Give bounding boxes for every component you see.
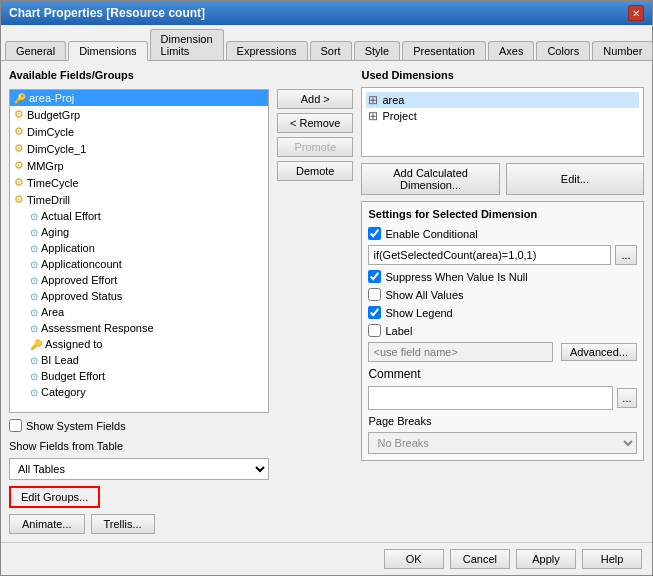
field-icon: ⊙ <box>30 371 38 382</box>
field-icon: ⊙ <box>30 387 38 398</box>
tab-style[interactable]: Style <box>354 41 400 60</box>
comment-area[interactable] <box>368 386 612 410</box>
apply-button[interactable]: Apply <box>516 549 576 569</box>
add-calc-dim-button[interactable]: Add Calculated Dimension... <box>361 163 499 195</box>
fields-list-container: 🔑area-Proj⚙BudgetGrp⚙DimCycle⚙DimCycle_1… <box>9 89 269 413</box>
advanced-button[interactable]: Advanced... <box>561 343 637 361</box>
animate-button[interactable]: Animate... <box>9 514 85 534</box>
key-icon: 🔑 <box>14 93 26 104</box>
tab-dimensions[interactable]: Dimensions <box>68 41 147 61</box>
page-breaks-label: Page Breaks <box>368 415 637 427</box>
field-name: Aging <box>41 226 69 238</box>
expand-area-icon[interactable]: ⊞ <box>368 93 378 107</box>
label-row: Label <box>368 324 637 337</box>
fields-list: 🔑area-Proj⚙BudgetGrp⚙DimCycle⚙DimCycle_1… <box>10 90 268 412</box>
formula-input[interactable] <box>368 245 611 265</box>
show-system-fields-row: Show System Fields <box>9 419 269 432</box>
help-button[interactable]: Help <box>582 549 642 569</box>
suppress-null-label: Suppress When Value Is Null <box>385 271 527 283</box>
folder-icon: ⚙ <box>14 125 24 138</box>
tab-expressions[interactable]: Expressions <box>226 41 308 60</box>
list-item[interactable]: ⊙Assessment Response <box>10 320 268 336</box>
edit-dim-button[interactable]: Edit... <box>506 163 644 195</box>
field-name: Assessment Response <box>41 322 154 334</box>
close-button[interactable]: ✕ <box>628 5 644 21</box>
mid-panel: Add > < Remove Promote Demote <box>277 69 353 534</box>
field-icon: ⊙ <box>30 259 38 270</box>
field-name: BI Lead <box>41 354 79 366</box>
tab-sort[interactable]: Sort <box>310 41 352 60</box>
list-item[interactable]: ⚙TimeCycle <box>10 174 268 191</box>
demote-button[interactable]: Demote <box>277 161 353 181</box>
suppress-null-checkbox[interactable] <box>368 270 381 283</box>
list-item[interactable]: ⚙MMGrp <box>10 157 268 174</box>
comment-ellipsis-button[interactable]: ... <box>617 388 637 408</box>
trellis-button[interactable]: Trellis... <box>91 514 155 534</box>
list-item[interactable]: ⊙Area <box>10 304 268 320</box>
show-all-values-label: Show All Values <box>385 289 463 301</box>
show-all-values-checkbox[interactable] <box>368 288 381 301</box>
field-name: TimeDrill <box>27 194 70 206</box>
cancel-button[interactable]: Cancel <box>450 549 510 569</box>
field-name: Applicationcount <box>41 258 122 270</box>
folder-icon: ⚙ <box>14 142 24 155</box>
enable-conditional-checkbox[interactable] <box>368 227 381 240</box>
table-select[interactable]: All Tables <box>9 458 269 480</box>
remove-button[interactable]: < Remove <box>277 113 353 133</box>
list-item[interactable]: ⚙TimeDrill <box>10 191 268 208</box>
field-icon: ⊙ <box>30 323 38 334</box>
folder-icon: ⚙ <box>14 108 24 121</box>
list-item[interactable]: ⊙BI Lead <box>10 352 268 368</box>
used-dim-area-label: area <box>382 94 404 106</box>
available-fields-label: Available Fields/Groups <box>9 69 269 81</box>
field-name: Approved Effort <box>41 274 117 286</box>
tab-colors[interactable]: Colors <box>536 41 590 60</box>
field-icon: ⊙ <box>30 243 38 254</box>
left-panel: Available Fields/Groups 🔑area-Proj⚙Budge… <box>9 69 269 534</box>
list-item[interactable]: ⊙Approved Effort <box>10 272 268 288</box>
label-input[interactable] <box>368 342 552 362</box>
formula-ellipsis-button[interactable]: ... <box>615 245 637 265</box>
tab-number[interactable]: Number <box>592 41 653 60</box>
edit-groups-button[interactable]: Edit Groups... <box>9 486 100 508</box>
list-item[interactable]: ⚙BudgetGrp <box>10 106 268 123</box>
field-icon: ⊙ <box>30 355 38 366</box>
show-system-fields-checkbox[interactable] <box>9 419 22 432</box>
tab-presentation[interactable]: Presentation <box>402 41 486 60</box>
list-item[interactable]: ⊙Aging <box>10 224 268 240</box>
label-checkbox[interactable] <box>368 324 381 337</box>
show-legend-row: Show Legend <box>368 306 637 319</box>
field-name: TimeCycle <box>27 177 79 189</box>
field-name: Area <box>41 306 64 318</box>
expand-project-icon[interactable]: ⊞ <box>368 109 378 123</box>
settings-title: Settings for Selected Dimension <box>368 208 637 220</box>
list-item[interactable]: ⊙Application <box>10 240 268 256</box>
list-item[interactable]: ⊙Applicationcount <box>10 256 268 272</box>
tab-dimension-limits[interactable]: Dimension Limits <box>150 29 224 60</box>
list-item[interactable]: ⊙Budget Effort <box>10 368 268 384</box>
enable-conditional-row: Enable Conditional <box>368 227 637 240</box>
list-item[interactable]: ⚙DimCycle <box>10 123 268 140</box>
tab-general[interactable]: General <box>5 41 66 60</box>
list-item[interactable]: ⚙DimCycle_1 <box>10 140 268 157</box>
field-name: DimCycle <box>27 126 74 138</box>
list-item[interactable]: ⊙Approved Status <box>10 288 268 304</box>
list-item[interactable]: 🔑Assigned to <box>10 336 268 352</box>
promote-button[interactable]: Promote <box>277 137 353 157</box>
list-item[interactable]: 🔑area-Proj <box>10 90 268 106</box>
ok-button[interactable]: OK <box>384 549 444 569</box>
add-button[interactable]: Add > <box>277 89 353 109</box>
field-icon: ⊙ <box>30 227 38 238</box>
bottom-left-buttons: Animate... Trellis... <box>9 514 269 534</box>
list-item[interactable]: ⊙Actual Effort <box>10 208 268 224</box>
used-dim-area[interactable]: ⊞ area <box>366 92 639 108</box>
folder-icon: ⚙ <box>14 159 24 172</box>
tab-axes[interactable]: Axes <box>488 41 534 60</box>
dim-buttons-row: Add Calculated Dimension... Edit... <box>361 163 644 195</box>
list-item[interactable]: ⊙Category <box>10 384 268 400</box>
show-legend-checkbox[interactable] <box>368 306 381 319</box>
page-breaks-select[interactable]: No Breaks <box>368 432 637 454</box>
tabs-bar: General Dimensions Dimension Limits Expr… <box>1 25 652 61</box>
field-icon: ⊙ <box>30 275 38 286</box>
used-dim-project[interactable]: ⊞ Project <box>366 108 639 124</box>
